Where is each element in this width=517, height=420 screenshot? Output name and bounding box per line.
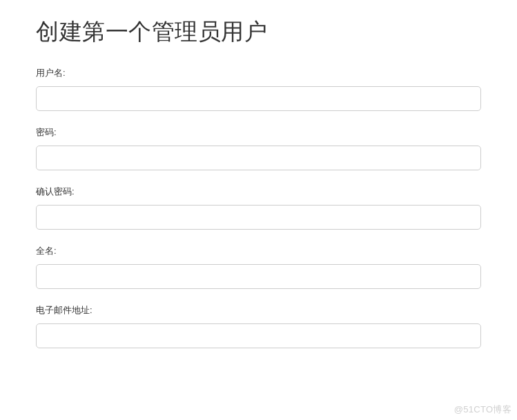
fullname-input[interactable] — [36, 264, 481, 289]
email-label: 电子邮件地址: — [36, 304, 481, 317]
page-title: 创建第一个管理员用户 — [36, 17, 481, 48]
form-group-fullname: 全名: — [36, 245, 481, 289]
password-input[interactable] — [36, 146, 481, 170]
form-group-email: 电子邮件地址: — [36, 304, 481, 348]
form-group-username: 用户名: — [36, 67, 481, 111]
form-group-confirm-password: 确认密码: — [36, 186, 481, 230]
username-label: 用户名: — [36, 67, 481, 79]
password-label: 密码: — [36, 126, 481, 139]
email-input[interactable] — [36, 323, 481, 348]
fullname-label: 全名: — [36, 245, 481, 257]
username-input[interactable] — [36, 86, 481, 111]
watermark-text: @51CTO博客 — [454, 403, 511, 416]
confirm-password-label: 确认密码: — [36, 186, 481, 198]
form-group-password: 密码: — [36, 126, 481, 170]
confirm-password-input[interactable] — [36, 205, 481, 230]
